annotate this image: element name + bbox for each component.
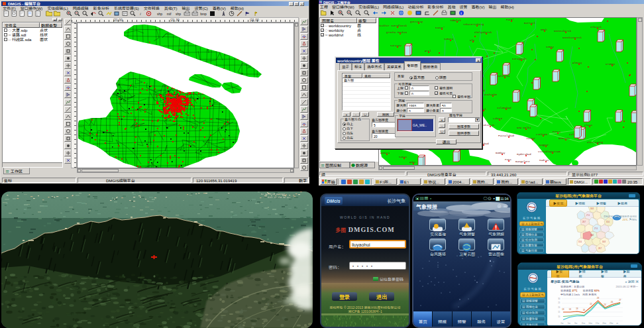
svg-text:23时: 23时 (610, 322, 614, 325)
svg-text:30.8: 30.8 (602, 241, 606, 243)
svg-text:Kazan': Kazan' (435, 27, 445, 29)
svg-text:15: 15 (558, 311, 560, 313)
svg-text:19: 19 (576, 307, 578, 310)
svg-text:Aden: Aden (409, 161, 416, 164)
svg-text:Samara: Samara (444, 38, 454, 40)
svg-text:Lucknow: Lucknow (536, 133, 547, 136)
svg-text:Novokuznetsk: Novokuznetsk (563, 36, 582, 39)
svg-text:Ufa: Ufa (470, 39, 475, 42)
svg-text:14时: 14时 (588, 322, 592, 325)
svg-text:30.8: 30.8 (590, 234, 594, 237)
svg-text:Karaganda: Karaganda (512, 58, 527, 60)
svg-text:Lahore: Lahore (493, 117, 503, 120)
svg-text:18: 18 (569, 307, 572, 311)
svg-text:5时: 5时 (568, 322, 570, 325)
svg-text:2时: 2时 (561, 322, 563, 325)
svg-text:New Delhi: New Delhi (517, 127, 531, 129)
svg-text:20时: 20时 (602, 322, 606, 325)
svg-text:Bangalore: Bangalore (515, 160, 530, 163)
svg-text:Aral: Aral (425, 50, 431, 52)
svg-text:26: 26 (611, 300, 614, 303)
svg-text:Urumqi: Urumqi (606, 63, 616, 66)
svg-text:Bombay: Bombay (496, 152, 506, 154)
svg-text:22: 22 (590, 302, 592, 305)
svg-text:10: 10 (558, 315, 560, 318)
svg-text:28.7: 28.7 (598, 247, 602, 250)
svg-text:18: 18 (562, 307, 564, 311)
svg-text:Semey: Semey (546, 46, 555, 48)
svg-text:Almaty: Almaty (572, 62, 582, 64)
svg-text:30: 30 (558, 298, 560, 300)
svg-text:时: 时 (616, 322, 618, 325)
svg-text:31.6: 31.6 (606, 221, 610, 223)
svg-text:Nagpur: Nagpur (539, 144, 549, 146)
svg-text:Irkutsk: Irkutsk (590, 26, 602, 28)
svg-text:28: 28 (597, 296, 600, 300)
svg-text:Puna: Puna (505, 158, 511, 161)
svg-text:Vishakhapatnam: Vishakhapatnam (538, 150, 561, 153)
svg-text:Chelyabinsk: Chelyabinsk (474, 31, 492, 34)
svg-text:27.4: 27.4 (594, 227, 598, 230)
svg-text:Tobolsk: Tobolsk (450, 19, 461, 22)
svg-text:Pakistan: Pakistan (482, 124, 495, 127)
svg-text:25: 25 (558, 301, 560, 304)
svg-text:28.7: 28.7 (582, 221, 586, 223)
svg-text:Hyderabad: Hyderabad (517, 153, 531, 156)
svg-text:Dushanbe: Dushanbe (484, 93, 498, 96)
svg-text:Patna: Patna (553, 131, 561, 133)
svg-text:20: 20 (558, 306, 560, 309)
svg-text:Qrusha Moskva: Qrusha Moskva (386, 31, 407, 34)
svg-text:30.8: 30.8 (590, 207, 594, 210)
svg-text:18: 18 (583, 308, 586, 311)
svg-text:Chittagong: Chittagong (587, 141, 604, 144)
svg-text:Parm': Parm' (506, 19, 514, 21)
svg-text:24: 24 (604, 303, 606, 306)
svg-text:27.4: 27.4 (586, 214, 590, 217)
svg-text:Islamabad: Islamabad (497, 107, 511, 109)
svg-text:湿度: 湿度 (584, 325, 588, 325)
svg-text:温度: 温度 (571, 325, 575, 325)
svg-text:Madras: Madras (539, 159, 549, 162)
svg-text:Yekaterinburg: Yekaterinburg (463, 23, 484, 26)
svg-text:Jaipur: Jaipur (526, 137, 536, 140)
svg-text:Lhasa: Lhasa (584, 124, 593, 127)
svg-text:27: 27 (619, 298, 621, 301)
svg-text:Sanaa: Sanaa (399, 156, 407, 158)
svg-text:Benares: Benares (559, 137, 570, 140)
svg-text:dist 23.4km hd 112: dist 23.4km hd 112 (268, 196, 291, 199)
svg-text:Novosibirsk: Novosibirsk (554, 30, 572, 32)
svg-text:Barnaul: Barnaul (524, 22, 535, 25)
svg-text:Saratov: Saratov (390, 44, 402, 47)
svg-text:31.6: 31.6 (578, 241, 582, 243)
svg-text:Faisalabad: Faisalabad (498, 135, 515, 137)
svg-text:风速: 风速 (597, 325, 601, 325)
svg-text:Asmara: Asmara (380, 152, 390, 154)
svg-text:Omsk: Omsk (541, 28, 547, 31)
svg-text:B2 S22 E113 ALT1503: B2 S22 E113 ALT1503 (261, 193, 285, 195)
svg-text:Qostanay: Qostanay (410, 21, 423, 23)
svg-text:Miskhir Sverdlovsk: Miskhir Sverdlovsk (379, 25, 407, 27)
